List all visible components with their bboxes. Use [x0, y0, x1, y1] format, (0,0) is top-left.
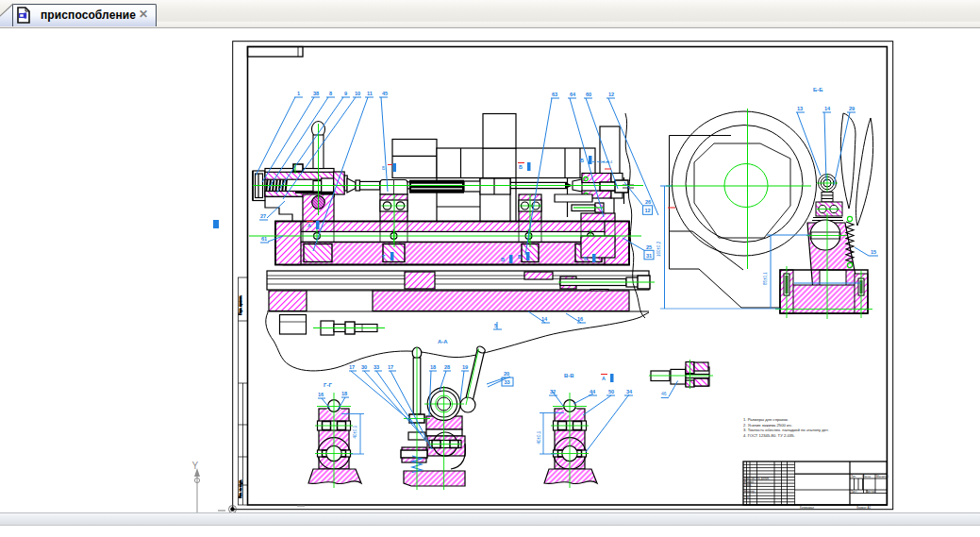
svg-text:46: 46 — [661, 391, 667, 396]
svg-text:А: А — [602, 376, 606, 381]
svg-text:25: 25 — [646, 244, 652, 250]
svg-text:34: 34 — [626, 389, 633, 394]
svg-text:Б: Б — [519, 164, 523, 170]
svg-text:160±0,2: 160±0,2 — [656, 241, 661, 257]
svg-text:10: 10 — [355, 91, 360, 96]
svg-text:Лит.: Лит. — [851, 475, 856, 478]
svg-text:12: 12 — [608, 92, 614, 97]
svg-text:85±0,1: 85±0,1 — [763, 272, 768, 285]
svg-text:Лист: Лист — [851, 490, 857, 494]
svg-text:16: 16 — [577, 316, 583, 322]
svg-text:63: 63 — [552, 92, 557, 97]
svg-text:18: 18 — [341, 391, 347, 396]
svg-text:26: 26 — [645, 199, 651, 205]
svg-text:Б: Б — [518, 254, 522, 260]
svg-text:4. ГОСТ 12345-80. ТУ 2-035.: 4. ГОСТ 12345-80. ТУ 2-035. — [743, 433, 795, 438]
svg-text:27: 27 — [260, 213, 266, 219]
svg-text:44: 44 — [590, 389, 596, 394]
svg-text:5: 5 — [494, 323, 497, 328]
svg-text:Формат A1: Формат A1 — [856, 506, 871, 510]
svg-text:1. Размеры для справок.: 1. Размеры для справок. — [743, 417, 789, 422]
svg-text:В: В — [584, 256, 588, 261]
svg-text:Листов: Листов — [866, 490, 875, 494]
svg-text:18: 18 — [430, 364, 436, 370]
svg-text:28: 28 — [444, 364, 450, 370]
svg-text:1: 1 — [297, 91, 300, 96]
svg-text:15: 15 — [871, 249, 876, 255]
svg-text:29: 29 — [849, 106, 855, 111]
svg-text:А: А — [307, 223, 311, 228]
svg-text:20: 20 — [504, 371, 509, 377]
svg-text:13: 13 — [797, 106, 803, 111]
svg-text:2. Усилие зажима 2500 кгс.: 2. Усилие зажима 2500 кгс. — [743, 423, 793, 428]
svg-text:60: 60 — [586, 92, 591, 97]
svg-text:В-В: В-В — [564, 373, 574, 378]
svg-text:А-А: А-А — [438, 339, 448, 344]
svg-text:Н.контр.: Н.контр. — [744, 490, 756, 494]
svg-text:61: 61 — [261, 236, 267, 242]
svg-text:Масса: Масса — [862, 475, 871, 478]
svg-text:Копировал: Копировал — [800, 506, 814, 510]
svg-text:Пров.: Пров. — [744, 483, 752, 487]
svg-text:Г-Г: Г-Г — [324, 382, 332, 388]
svg-text:Б: Б — [580, 158, 584, 163]
svg-text:11: 11 — [367, 91, 373, 96]
svg-text:32: 32 — [550, 389, 556, 394]
svg-text:Масштаб: Масштаб — [876, 475, 889, 478]
svg-text:19: 19 — [462, 364, 468, 370]
svg-text:9: 9 — [344, 91, 347, 96]
svg-text:17: 17 — [349, 364, 355, 370]
svg-text:Y: Y — [192, 461, 199, 471]
svg-text:16: 16 — [318, 392, 324, 397]
svg-text:33: 33 — [505, 379, 510, 385]
svg-text:Инв. № подл.: Инв. № подл. — [239, 479, 242, 498]
svg-text:12: 12 — [645, 208, 651, 213]
svg-text:45: 45 — [382, 91, 388, 96]
svg-text:14: 14 — [824, 106, 831, 111]
svg-text:38: 38 — [313, 91, 319, 96]
svg-text:Б-Б: Б-Б — [813, 87, 823, 92]
svg-text:33: 33 — [374, 364, 379, 370]
svg-text:3. Точность обеспеч. наладкой: 3. Точность обеспеч. наладкой по эталону… — [743, 428, 829, 432]
svg-text:31: 31 — [646, 253, 652, 259]
svg-text:40±0,1: 40±0,1 — [537, 430, 541, 444]
svg-text:8: 8 — [329, 91, 332, 96]
svg-text:14: 14 — [541, 316, 548, 322]
svg-text:В: В — [501, 257, 505, 262]
svg-text:Перв. примен.: Перв. примен. — [239, 295, 242, 315]
svg-text:30: 30 — [361, 364, 367, 370]
svg-text:Утв.: Утв. — [744, 495, 750, 499]
svg-text:17: 17 — [388, 364, 393, 370]
svg-text:40±0,1: 40±0,1 — [353, 425, 357, 438]
svg-text:64: 64 — [570, 92, 576, 97]
svg-text:50: 50 — [608, 389, 614, 394]
